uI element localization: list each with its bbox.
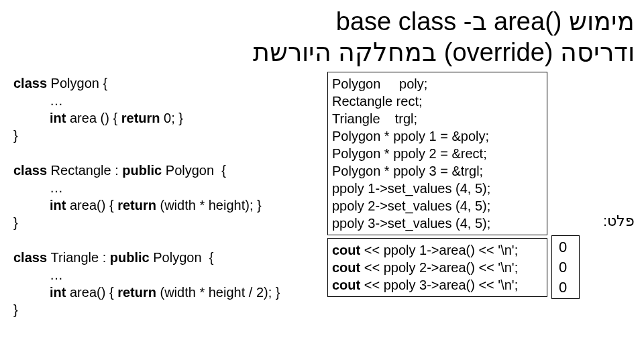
title-line1-pre: מימוש — [569, 7, 635, 36]
code-output-calls: cout << ppoly 1->area() << '\n'; cout <<… — [327, 238, 547, 297]
middle-column: Polygon poly; Rectangle rect; Triangle t… — [327, 72, 547, 300]
code-usage: Polygon poly; Rectangle rect; Triangle t… — [327, 72, 547, 235]
output-line: 0 — [559, 257, 572, 278]
content-row: class Polygon { … int area () { return 0… — [9, 72, 635, 324]
title-line1-post: ב- base class — [336, 7, 487, 36]
output-box: 0 0 0 — [551, 235, 580, 299]
title-line1-ltr: area() — [487, 7, 569, 36]
right-column: פלט: 0 0 0 — [551, 72, 635, 299]
title-line2-ltr: (override) — [437, 38, 560, 66]
title-line2-post: במחלקה היורשת — [253, 38, 437, 66]
left-column: class Polygon { … int area () { return 0… — [9, 72, 323, 324]
output-label: פלט: — [551, 213, 635, 230]
title-line2-pre: ודריסה — [560, 38, 635, 66]
output-line: 0 — [559, 278, 572, 298]
slide-title: מימוש area() ב- base class ודריסה (overr… — [9, 7, 635, 68]
code-classes: class Polygon { … int area () { return 0… — [9, 72, 323, 321]
output-line: 0 — [559, 237, 572, 257]
